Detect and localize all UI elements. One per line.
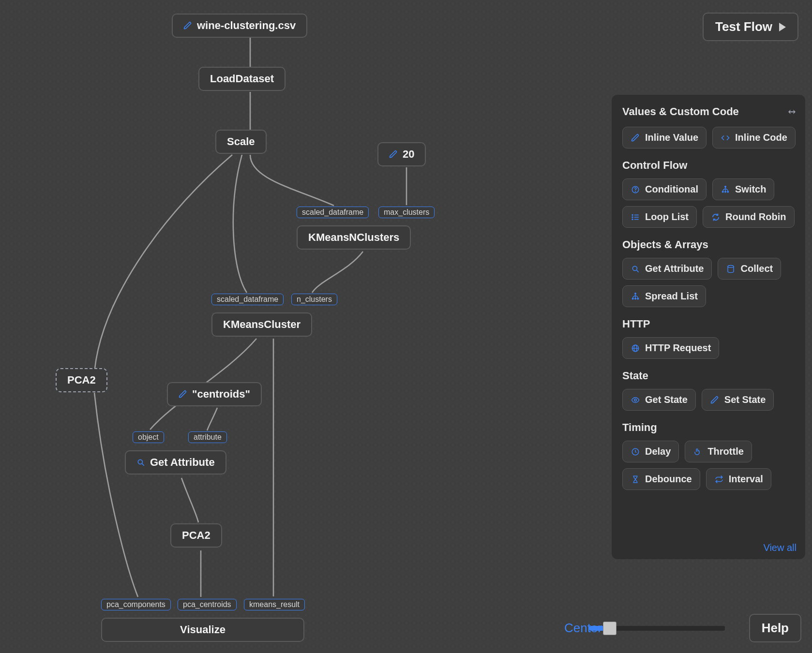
section-objects: Objects & Arrays — [622, 238, 796, 251]
palette-throttle[interactable]: Throttle — [685, 441, 752, 462]
node-centroids-literal[interactable]: "centroids" — [167, 382, 262, 406]
eye-icon — [631, 396, 640, 404]
node-palette-panel: Values & Custom Code ⤢ Inline Value Inli… — [612, 95, 805, 559]
palette-loop-list[interactable]: Loop List — [622, 206, 697, 228]
section-control-flow: Control Flow — [622, 159, 796, 172]
node-label: LoadDataset — [210, 73, 274, 85]
node-get-attribute[interactable]: Get Attribute — [125, 450, 226, 475]
code-icon — [721, 134, 730, 142]
search-icon — [136, 458, 145, 467]
cycle-icon — [711, 213, 721, 222]
param-max-clusters[interactable]: max_clusters — [378, 207, 435, 218]
section-http: HTTP — [622, 318, 796, 330]
panel-title: Values & Custom Code — [622, 105, 739, 118]
db-icon — [726, 265, 736, 273]
palette-inline-value[interactable]: Inline Value — [622, 127, 707, 148]
node-label: KMeansNClusters — [308, 231, 399, 244]
list-icon — [631, 213, 640, 222]
node-kmeans-n-clusters[interactable]: KMeansNClusters — [297, 225, 411, 250]
pen-icon — [710, 396, 720, 404]
palette-delay[interactable]: Delay — [622, 441, 679, 462]
node-wine-csv[interactable]: wine-clustering.csv — [172, 14, 307, 38]
node-label: Visualize — [180, 623, 226, 636]
node-label: Get Attribute — [150, 456, 215, 469]
test-flow-button[interactable]: Test Flow — [703, 13, 798, 41]
edit-icon — [179, 390, 187, 399]
branch-icon — [631, 292, 640, 301]
section-state: State — [622, 370, 796, 382]
question-icon — [631, 185, 640, 194]
node-label: PCA2 — [182, 529, 211, 542]
node-twenty-literal[interactable]: 20 — [377, 142, 426, 166]
repeat-icon — [714, 475, 724, 484]
palette-inline-code[interactable]: Inline Code — [712, 127, 796, 148]
param-kmeans-result[interactable]: kmeans_result — [244, 599, 305, 610]
palette-set-state[interactable]: Set State — [702, 389, 774, 411]
palette-get-state[interactable]: Get State — [622, 389, 696, 411]
node-load-dataset[interactable]: LoadDataset — [198, 67, 286, 91]
palette-get-attribute[interactable]: Get Attribute — [622, 258, 712, 280]
slider-thumb[interactable] — [603, 622, 617, 635]
param-attribute[interactable]: attribute — [188, 431, 227, 443]
test-flow-label: Test Flow — [715, 19, 772, 34]
param-scaled-dataframe[interactable]: scaled_dataframe — [297, 207, 369, 218]
flow-canvas[interactable]: wine-clustering.csv LoadDataset Scale 20… — [0, 0, 812, 653]
node-label: "centroids" — [192, 388, 250, 401]
param-scaled-dataframe-2[interactable]: scaled_dataframe — [211, 294, 284, 305]
palette-round-robin[interactable]: Round Robin — [703, 206, 795, 228]
panel-fade — [612, 506, 805, 540]
pen-icon — [631, 134, 640, 142]
view-all-link[interactable]: View all — [763, 542, 797, 553]
search-icon — [631, 265, 640, 273]
zoom-slider[interactable] — [589, 621, 725, 636]
slider-track — [589, 626, 725, 631]
hand-icon — [693, 447, 703, 456]
globe-icon — [631, 344, 640, 353]
node-label: Scale — [227, 135, 255, 148]
play-icon — [779, 23, 786, 31]
palette-http-request[interactable]: HTTP Request — [622, 337, 719, 359]
palette-interval[interactable]: Interval — [706, 468, 771, 490]
node-pca2-placeholder[interactable]: PCA2 — [56, 368, 107, 392]
hourglass-icon — [631, 475, 640, 484]
node-visualize[interactable]: Visualize — [101, 618, 304, 642]
param-pca-components[interactable]: pca_components — [101, 599, 171, 610]
palette-switch[interactable]: Switch — [712, 178, 774, 200]
clock-icon — [631, 447, 640, 456]
node-label: wine-clustering.csv — [197, 19, 296, 32]
edit-icon — [389, 150, 398, 159]
node-kmeans-cluster[interactable]: KMeansCluster — [211, 312, 312, 337]
node-scale[interactable]: Scale — [215, 130, 267, 154]
edit-icon — [183, 21, 192, 30]
param-n-clusters[interactable]: n_clusters — [291, 294, 337, 305]
param-object[interactable]: object — [133, 431, 164, 443]
palette-spread-list[interactable]: Spread List — [622, 285, 706, 307]
node-label: 20 — [403, 148, 414, 161]
node-label: PCA2 — [67, 374, 96, 386]
branch-icon — [721, 185, 730, 194]
node-label: KMeansCluster — [223, 318, 301, 331]
palette-debounce[interactable]: Debounce — [622, 468, 700, 490]
section-timing: Timing — [622, 421, 796, 434]
node-pca2[interactable]: PCA2 — [170, 523, 222, 548]
param-pca-centroids[interactable]: pca_centroids — [178, 599, 237, 610]
collapse-icon[interactable]: ⤢ — [785, 105, 798, 118]
palette-conditional[interactable]: Conditional — [622, 178, 707, 200]
help-button[interactable]: Help — [749, 614, 801, 642]
palette-collect[interactable]: Collect — [718, 258, 781, 280]
